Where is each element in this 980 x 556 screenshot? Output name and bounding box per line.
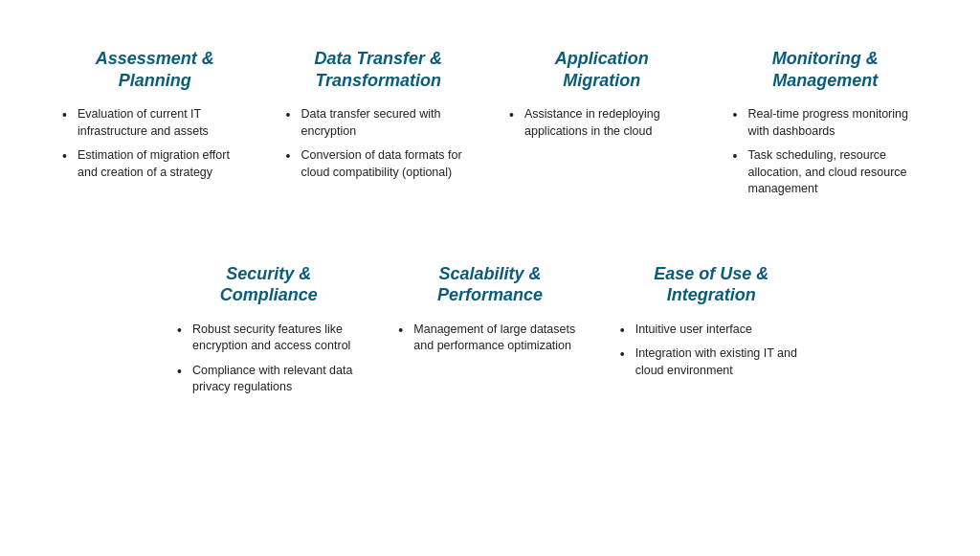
card-title-scalability-performance: Scalability &Performance	[398, 263, 581, 306]
list-item: Task scheduling, resource allocation, an…	[733, 147, 919, 198]
card-title-ease-of-use-integration: Ease of Use &Integration	[620, 263, 803, 306]
card-application-migration: ApplicationMigrationAssistance in redepl…	[495, 38, 709, 215]
list-item: Intuitive user interface	[620, 322, 803, 339]
card-list-ease-of-use-integration: Intuitive user interfaceIntegration with…	[620, 322, 803, 388]
card-title-security-compliance: Security &Compliance	[177, 263, 360, 306]
card-data-transfer-transformation: Data Transfer &TransformationData transf…	[272, 38, 486, 215]
card-monitoring-management: Monitoring &ManagementReal-time progress…	[719, 38, 933, 215]
card-list-assessment-planning: Evaluation of current IT infrastructure …	[62, 106, 248, 189]
card-assessment-planning: Assessment &PlanningEvaluation of curren…	[48, 38, 262, 215]
list-item: Evaluation of current IT infrastructure …	[62, 106, 248, 140]
list-item: Management of large datasets and perform…	[398, 322, 581, 355]
bottom-row-inner: Security &ComplianceRobust security feat…	[48, 254, 932, 413]
bottom-row: Security &ComplianceRobust security feat…	[48, 254, 932, 413]
card-title-application-migration: ApplicationMigration	[509, 48, 695, 91]
list-item: Integration with existing IT and cloud e…	[620, 345, 803, 379]
card-list-scalability-performance: Management of large datasets and perform…	[398, 322, 581, 363]
list-item: Assistance in redeploying applications i…	[509, 106, 695, 140]
list-item: Conversion of data formats for cloud com…	[286, 147, 472, 181]
page-container: Assessment &PlanningEvaluation of curren…	[0, 0, 980, 556]
card-list-application-migration: Assistance in redeploying applications i…	[509, 106, 695, 147]
card-title-monitoring-management: Monitoring &Management	[733, 48, 919, 91]
list-item: Real-time progress monitoring with dashb…	[733, 106, 919, 140]
card-list-monitoring-management: Real-time progress monitoring with dashb…	[733, 106, 919, 206]
card-title-data-transfer-transformation: Data Transfer &Transformation	[286, 48, 472, 91]
card-list-security-compliance: Robust security features like encryption…	[177, 322, 360, 404]
card-security-compliance: Security &ComplianceRobust security feat…	[163, 254, 374, 413]
top-row: Assessment &PlanningEvaluation of curren…	[48, 38, 932, 215]
list-item: Estimation of migration effort and creat…	[62, 147, 248, 181]
card-list-data-transfer-transformation: Data transfer secured with encryptionCon…	[286, 106, 472, 189]
list-item: Compliance with relevant data privacy re…	[177, 363, 360, 396]
card-ease-of-use-integration: Ease of Use &IntegrationIntuitive user i…	[606, 254, 817, 413]
list-item: Robust security features like encryption…	[177, 322, 360, 355]
card-scalability-performance: Scalability &PerformanceManagement of la…	[384, 254, 595, 413]
card-title-assessment-planning: Assessment &Planning	[62, 48, 248, 91]
list-item: Data transfer secured with encryption	[286, 106, 472, 140]
